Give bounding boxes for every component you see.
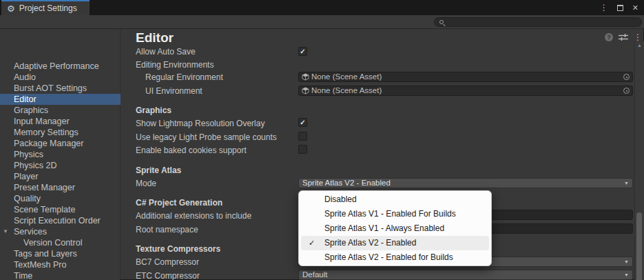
baked-cookies-label: Enable baked cookies support bbox=[136, 146, 247, 155]
preset-icon[interactable] bbox=[619, 33, 628, 41]
sidebar-item-services[interactable]: ▼Services bbox=[0, 226, 121, 237]
gear-icon: ⚙ bbox=[7, 4, 15, 13]
sidebar-item-script-execution-order[interactable]: Script Execution Order bbox=[0, 215, 121, 226]
menu-item-label: Sprite Atlas V1 - Enabled For Builds bbox=[324, 209, 456, 219]
scene-asset-icon bbox=[302, 73, 309, 81]
sidebar-item-preset-manager[interactable]: Preset Manager bbox=[0, 182, 121, 193]
object-picker-icon[interactable] bbox=[623, 74, 630, 80]
baked-cookies-checkbox[interactable] bbox=[298, 145, 307, 154]
menu-item-label: Disabled bbox=[324, 194, 357, 204]
sidebar-item-physics[interactable]: Physics bbox=[0, 149, 121, 160]
etc-compressor-label: ETC Compressor bbox=[136, 271, 200, 280]
regular-environment-label: Regular Environment bbox=[145, 72, 223, 82]
sidebar-item-time[interactable]: Time bbox=[0, 270, 121, 280]
texture-compressors-header: Texture Compressors bbox=[136, 244, 220, 254]
window-controls: ⋮ ✕ bbox=[600, 0, 638, 15]
csharp-project-generation-header: C# Project Generation bbox=[136, 198, 222, 208]
sidebar-item-editor[interactable]: Editor bbox=[0, 94, 121, 105]
toolbar bbox=[0, 15, 644, 29]
sidebar-item-audio[interactable]: Audio bbox=[0, 72, 121, 83]
show-lightmap-checkbox[interactable]: ✓ bbox=[298, 118, 307, 127]
ui-environment-object-field[interactable]: None (Scene Asset) bbox=[298, 86, 633, 96]
menu-item-v2-enabled-for-builds[interactable]: Sprite Atlas V2 - Enabled for Builds bbox=[301, 250, 489, 265]
etc-compressor-dropdown[interactable]: Default ▼ bbox=[298, 270, 633, 280]
search-icon bbox=[439, 20, 444, 24]
project-settings-window: ⚙ Project Settings ⋮ ✕ Adaptive Performa… bbox=[0, 0, 644, 280]
sidebar-item-tags-and-layers[interactable]: Tags and Layers bbox=[0, 248, 121, 259]
check-icon: ✓ bbox=[300, 48, 305, 55]
ui-environment-value: None (Scene Asset) bbox=[311, 86, 621, 95]
sprite-atlas-mode-menu: Disabled Sprite Atlas V1 - Enabled For B… bbox=[298, 190, 492, 266]
settings-sidebar: Adaptive Performance Audio Burst AOT Set… bbox=[0, 29, 121, 280]
tab-project-settings[interactable]: ⚙ Project Settings bbox=[1, 0, 90, 15]
search-input[interactable] bbox=[434, 17, 642, 27]
editing-environments-label: Editing Environments bbox=[136, 60, 214, 70]
tab-title: Project Settings bbox=[19, 3, 77, 13]
sprite-atlas-mode-dropdown[interactable]: Sprite Atlas V2 - Enabled ▼ bbox=[298, 178, 633, 188]
menu-item-v1-enabled-for-builds[interactable]: Sprite Atlas V1 - Enabled For Builds bbox=[301, 207, 489, 221]
sprite-atlas-mode-value: Sprite Atlas V2 - Enabled bbox=[302, 179, 624, 188]
sidebar-item-graphics[interactable]: Graphics bbox=[0, 105, 121, 116]
allow-auto-save-label: Allow Auto Save bbox=[136, 47, 196, 57]
window-menu-kebab-icon[interactable]: ⋮ bbox=[600, 3, 608, 12]
page-title: Editor bbox=[136, 30, 174, 46]
chevron-down-icon: ▼ bbox=[624, 272, 629, 277]
sidebar-item-burst-aot-settings[interactable]: Burst AOT Settings bbox=[0, 83, 121, 94]
bc7-compressor-label: BC7 Compressor bbox=[136, 257, 199, 267]
sprite-atlas-section-header: Sprite Atlas bbox=[136, 166, 181, 175]
panel-header-icons: ? ⋮ bbox=[605, 33, 642, 41]
ui-environment-label: UI Environment bbox=[145, 86, 202, 96]
additional-extensions-label: Additional extensions to include bbox=[136, 211, 251, 221]
check-icon: ✓ bbox=[300, 119, 305, 126]
sidebar-item-services-version-control[interactable]: Version Control bbox=[0, 237, 121, 248]
title-bar: ⚙ Project Settings ⋮ ✕ bbox=[0, 0, 644, 15]
sidebar-item-physics-2d[interactable]: Physics 2D bbox=[0, 160, 121, 171]
menu-item-v2-enabled[interactable]: ✓ Sprite Atlas V2 - Enabled bbox=[301, 236, 489, 250]
legacy-light-probe-label: Use legacy Light Probe sample counts bbox=[136, 132, 277, 142]
sidebar-item-input-manager[interactable]: Input Manager bbox=[0, 116, 121, 127]
foldout-arrow-icon[interactable]: ▼ bbox=[3, 226, 8, 237]
check-icon: ✓ bbox=[309, 236, 315, 250]
panel-kebab-icon[interactable]: ⋮ bbox=[634, 33, 642, 41]
graphics-section-header: Graphics bbox=[136, 106, 172, 115]
sidebar-item-scene-template[interactable]: Scene Template bbox=[0, 204, 121, 215]
maximize-icon[interactable] bbox=[617, 5, 623, 11]
mode-label: Mode bbox=[136, 179, 156, 188]
allow-auto-save-checkbox[interactable]: ✓ bbox=[298, 47, 307, 56]
etc-compressor-value: Default bbox=[302, 270, 624, 279]
menu-item-label: Sprite Atlas V1 - Always Enabled bbox=[324, 223, 444, 233]
chevron-down-icon: ▼ bbox=[624, 181, 629, 186]
sidebar-item-adaptive-performance[interactable]: Adaptive Performance bbox=[0, 61, 121, 72]
sidebar-item-label: Services bbox=[14, 227, 47, 237]
show-lightmap-label: Show Lightmap Resolution Overlay bbox=[136, 119, 264, 128]
legacy-light-probe-checkbox[interactable] bbox=[298, 132, 307, 141]
scene-asset-icon bbox=[302, 87, 309, 94]
root-namespace-label: Root namespace bbox=[136, 225, 198, 234]
sidebar-item-package-manager[interactable]: Package Manager bbox=[0, 138, 121, 149]
sidebar-item-player[interactable]: Player bbox=[0, 171, 121, 182]
menu-item-disabled[interactable]: Disabled bbox=[301, 192, 489, 207]
menu-item-v1-always-enabled[interactable]: Sprite Atlas V1 - Always Enabled bbox=[301, 221, 489, 236]
regular-environment-value: None (Scene Asset) bbox=[311, 72, 621, 81]
help-icon[interactable]: ? bbox=[605, 33, 613, 41]
menu-item-label: Sprite Atlas V2 - Enabled for Builds bbox=[324, 252, 453, 262]
chevron-down-icon: ▼ bbox=[624, 259, 629, 264]
sidebar-item-textmesh-pro[interactable]: TextMesh Pro bbox=[0, 259, 121, 270]
sidebar-item-quality[interactable]: Quality bbox=[0, 193, 121, 204]
sidebar-item-memory-settings[interactable]: Memory Settings bbox=[0, 127, 121, 138]
regular-environment-object-field[interactable]: None (Scene Asset) bbox=[298, 72, 633, 82]
object-picker-icon[interactable] bbox=[623, 88, 630, 94]
menu-item-label: Sprite Atlas V2 - Enabled bbox=[324, 238, 416, 248]
scroll-up-arrow-icon[interactable]: ▲ bbox=[635, 43, 644, 48]
scrollbar-thumb[interactable] bbox=[636, 212, 642, 280]
close-icon[interactable]: ✕ bbox=[632, 3, 638, 12]
